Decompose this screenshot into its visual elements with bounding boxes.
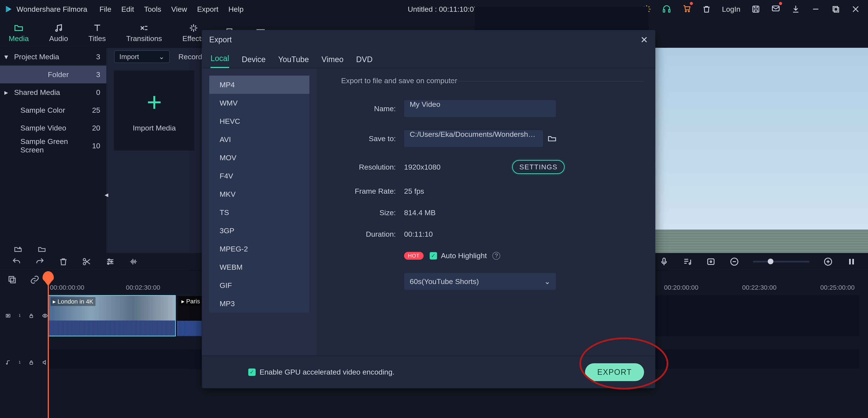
sidebar-sample-color[interactable]: Sample Color 25: [0, 101, 106, 119]
speaker-icon[interactable]: [42, 359, 48, 366]
video-track-icon: [5, 312, 11, 320]
playhead[interactable]: [48, 283, 49, 418]
maximize-icon[interactable]: [831, 5, 840, 14]
svg-rect-27: [708, 259, 714, 265]
import-dropdown[interactable]: Import ⌄: [114, 50, 170, 63]
zoom-slider[interactable]: [753, 261, 809, 263]
format-ts[interactable]: TS: [209, 203, 309, 221]
svg-rect-7: [753, 6, 759, 12]
menu-view[interactable]: View: [171, 5, 187, 13]
sidebar-sample-green[interactable]: Sample Green Screen 10: [0, 137, 106, 155]
format-gif[interactable]: GIF: [209, 276, 309, 294]
settings-button[interactable]: SETTINGS: [512, 160, 565, 174]
zoom-in-icon[interactable]: [823, 257, 833, 266]
message-button[interactable]: [771, 4, 780, 14]
help-icon[interactable]: ?: [492, 252, 500, 260]
format-avi[interactable]: AVI: [209, 130, 309, 149]
export-tab-device[interactable]: Device: [242, 55, 266, 68]
sidebar-project-media[interactable]: ▾ Project Media 3: [0, 48, 106, 66]
music-list-icon[interactable]: [683, 257, 692, 266]
play-pause-icon[interactable]: [847, 257, 856, 266]
auto-highlight-checkbox[interactable]: ✓: [430, 252, 437, 260]
hot-badge: HOT: [404, 252, 424, 260]
menu-edit[interactable]: Edit: [121, 5, 134, 13]
export-settings: Export to file and save on computer Name…: [317, 68, 655, 356]
folder-open-icon[interactable]: [37, 245, 47, 253]
tab-transitions[interactable]: Transitions: [126, 23, 162, 43]
format-3gp[interactable]: 3GP: [209, 221, 309, 240]
download-icon[interactable]: [791, 5, 800, 14]
format-f4v[interactable]: F4V: [209, 167, 309, 185]
menu-export[interactable]: Export: [197, 5, 218, 13]
sliders-icon[interactable]: [105, 257, 115, 266]
export-tab-dvd[interactable]: DVD: [356, 55, 373, 68]
menu-tools[interactable]: Tools: [144, 5, 161, 13]
browse-folder-icon[interactable]: [547, 134, 557, 143]
shorts-dropdown[interactable]: 60s(YouTube Shorts) ⌄: [404, 273, 556, 290]
svg-point-37: [44, 315, 46, 317]
menu-help[interactable]: Help: [228, 5, 244, 13]
minimize-icon[interactable]: [811, 5, 820, 14]
format-mp4[interactable]: MP4: [209, 76, 309, 94]
login-button[interactable]: LogIn: [722, 5, 740, 13]
format-wmv[interactable]: WMV: [209, 94, 309, 112]
message-notification-dot: [779, 2, 782, 5]
save-path-input[interactable]: C:/Users/Eka/Documents/Wondershare/Wo: [404, 130, 543, 147]
cart-button[interactable]: [682, 4, 691, 14]
headset-icon[interactable]: [662, 5, 671, 14]
timeline-clip-1[interactable]: ▸London in 4K: [48, 295, 176, 336]
tab-effects[interactable]: Effects: [183, 23, 205, 43]
video-track-num: 1: [19, 314, 21, 318]
export-tab-youtube[interactable]: YouTube: [278, 55, 309, 68]
tab-media[interactable]: Media: [9, 23, 29, 43]
tab-titles[interactable]: Titles: [89, 23, 106, 43]
envelope-icon: [771, 4, 780, 13]
eye-icon[interactable]: [42, 312, 48, 320]
framerate-value: 25 fps: [404, 187, 424, 196]
collapse-sidebar-button[interactable]: ◂: [104, 190, 108, 199]
sidebar-shared-media[interactable]: ▸ Shared Media 0: [0, 83, 106, 101]
close-icon[interactable]: [851, 5, 860, 14]
tab-audio[interactable]: Audio: [49, 23, 68, 43]
trash-icon[interactable]: [702, 5, 711, 14]
format-mp3[interactable]: MP3: [209, 294, 309, 313]
svg-point-28: [710, 261, 712, 262]
import-media-tile[interactable]: + Import Media: [114, 70, 194, 151]
ruler-t0: 00:00:00:00: [50, 284, 84, 291]
name-input[interactable]: My Video: [404, 100, 556, 117]
new-folder-icon[interactable]: [13, 245, 23, 253]
marker-icon[interactable]: [706, 257, 716, 266]
export-tab-vimeo[interactable]: Vimeo: [321, 55, 343, 68]
export-dialog: Export ✕ Local Device YouTube Vimeo DVD …: [202, 30, 655, 388]
lock-icon[interactable]: [28, 359, 34, 366]
sidebar-project-media-count: 3: [96, 53, 100, 61]
microphone-icon[interactable]: [659, 257, 669, 266]
undo-icon[interactable]: [12, 257, 21, 266]
duplicate-icon[interactable]: [7, 275, 17, 285]
video-track-header[interactable]: 1: [0, 295, 48, 336]
export-button[interactable]: EXPORT: [585, 363, 644, 381]
waveform-icon[interactable]: [129, 257, 138, 266]
format-webm[interactable]: WEBM: [209, 258, 309, 276]
gpu-checkbox[interactable]: ✓: [248, 368, 256, 376]
scissors-icon[interactable]: [82, 257, 92, 266]
timeline-clip-2[interactable]: ▸Paris: [177, 295, 203, 336]
zoom-out-icon[interactable]: [730, 257, 739, 266]
save-icon[interactable]: [751, 5, 761, 14]
export-tab-local[interactable]: Local: [211, 54, 229, 68]
delete-icon[interactable]: [59, 257, 68, 266]
lock-icon[interactable]: [28, 312, 34, 320]
record-button[interactable]: Record: [178, 53, 202, 61]
link-icon[interactable]: [30, 275, 39, 285]
menu-file[interactable]: File: [99, 5, 111, 13]
folder-icon: [14, 23, 24, 33]
sidebar-sample-video[interactable]: Sample Video 20: [0, 119, 106, 137]
dialog-close-button[interactable]: ✕: [640, 34, 648, 45]
audio-track-header[interactable]: 1: [0, 349, 48, 376]
format-mpeg2[interactable]: MPEG-2: [209, 240, 309, 258]
redo-icon[interactable]: [35, 257, 45, 266]
format-mkv[interactable]: MKV: [209, 185, 309, 203]
format-hevc[interactable]: HEVC: [209, 112, 309, 130]
sidebar-folder[interactable]: Folder 3: [0, 66, 106, 83]
format-mov[interactable]: MOV: [209, 149, 309, 167]
